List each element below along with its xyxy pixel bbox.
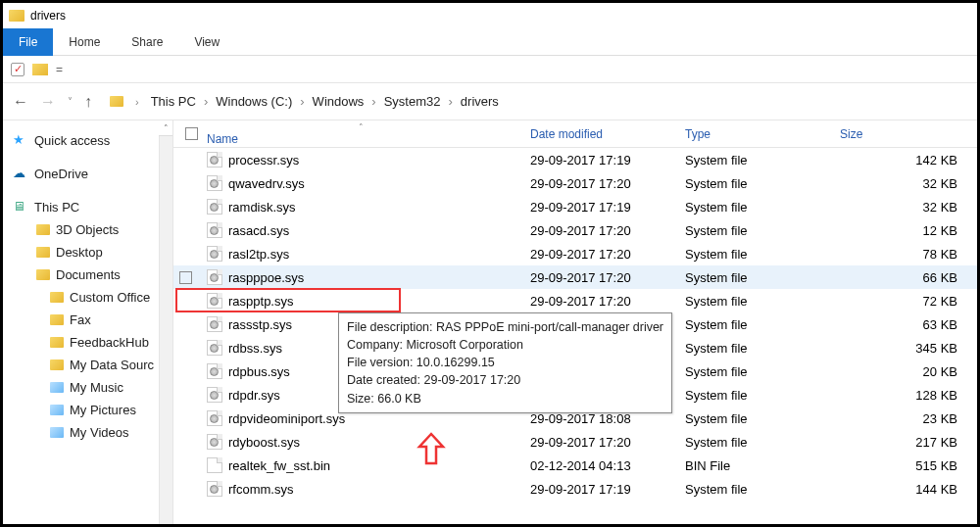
file-tooltip: File description: RAS PPPoE mini-port/ca… <box>338 312 672 413</box>
table-row[interactable]: raspppoe.sys29-09-2017 17:20System file6… <box>173 265 977 289</box>
cloud-icon: ☁ <box>13 166 28 181</box>
sidebar-item[interactable]: My Data Sourc <box>7 354 169 376</box>
sidebar-item-label: Documents <box>56 267 121 282</box>
sidebar: ★ Quick access ☁ OneDrive 🖥 This PC 3D O… <box>3 120 173 524</box>
file-date: 29-09-2017 17:19 <box>524 482 679 497</box>
file-name: realtek_fw_sst.bin <box>228 458 330 473</box>
tab-home[interactable]: Home <box>53 28 116 56</box>
col-name[interactable]: ˄Name <box>201 122 524 146</box>
folder-icon <box>50 314 64 325</box>
sidebar-item[interactable]: My Videos <box>7 421 169 444</box>
file-size: 515 KB <box>834 458 977 473</box>
file-name: rasacd.sys <box>228 223 289 238</box>
sidebar-item[interactable]: Fax <box>7 309 169 331</box>
folder-icon <box>50 382 64 393</box>
file-type: System file <box>679 364 834 379</box>
file-date: 29-09-2017 17:20 <box>524 270 679 285</box>
breadcrumb-item[interactable]: This PC <box>151 94 196 109</box>
breadcrumb-folder-icon <box>110 96 123 107</box>
qat-customize[interactable]: = <box>56 63 63 76</box>
file-name: raspppoe.sys <box>228 270 304 285</box>
file-size: 63 KB <box>834 317 977 332</box>
sidebar-item-label: Desktop <box>56 245 103 260</box>
file-type: BIN File <box>679 458 834 473</box>
sidebar-label: This PC <box>34 200 79 215</box>
sidebar-label: Quick access <box>34 133 110 148</box>
sidebar-item-label: 3D Objects <box>56 222 119 237</box>
sidebar-item[interactable]: My Pictures <box>7 399 169 421</box>
sidebar-item[interactable]: 3D Objects <box>7 218 169 241</box>
sidebar-item[interactable]: Custom Office <box>7 286 169 309</box>
ribbon-tabs: File Home Share View <box>3 28 977 56</box>
breadcrumb-item[interactable]: Windows <box>313 94 365 109</box>
file-type: System file <box>679 153 834 168</box>
folder-icon <box>50 359 64 370</box>
file-name: rassstp.sys <box>228 317 292 332</box>
sidebar-item[interactable]: My Music <box>7 376 169 399</box>
file-type: System file <box>679 176 834 191</box>
col-type[interactable]: Type <box>679 127 834 141</box>
file-icon <box>207 434 222 450</box>
file-icon <box>207 293 222 309</box>
nav-back-icon[interactable]: ← <box>13 93 28 111</box>
breadcrumb-item[interactable]: System32 <box>384 94 441 109</box>
file-icon <box>207 481 222 497</box>
file-name: rdyboost.sys <box>228 435 300 450</box>
sidebar-item[interactable]: Documents <box>7 264 169 286</box>
file-date: 29-09-2017 17:20 <box>524 176 679 191</box>
quick-access-toolbar: ✓ = <box>3 56 977 83</box>
file-icon <box>207 222 222 238</box>
file-type: System file <box>679 294 834 309</box>
table-row[interactable]: ramdisk.sys29-09-2017 17:19System file32… <box>173 195 977 218</box>
file-name: ramdisk.sys <box>228 200 296 215</box>
col-date[interactable]: Date modified <box>524 127 679 141</box>
breadcrumb-item[interactable]: Windows (C:) <box>216 94 292 109</box>
file-type: System file <box>679 435 834 450</box>
file-size: 144 KB <box>834 482 977 497</box>
col-size[interactable]: Size <box>834 127 977 141</box>
file-name: rdbss.sys <box>228 341 282 356</box>
table-row[interactable]: rasacd.sys29-09-2017 17:20System file12 … <box>173 218 977 242</box>
sidebar-onedrive[interactable]: ☁ OneDrive <box>7 162 169 185</box>
nav-up-icon[interactable]: ↑ <box>84 93 92 111</box>
tab-file[interactable]: File <box>3 28 53 56</box>
tab-view[interactable]: View <box>178 28 235 56</box>
table-row[interactable]: processr.sys29-09-2017 17:19System file1… <box>173 148 977 171</box>
pc-icon: 🖥 <box>13 199 28 215</box>
file-name: rfcomm.sys <box>228 482 293 497</box>
select-all-checkbox[interactable] <box>185 127 198 140</box>
nav-forward-icon: → <box>40 93 56 111</box>
nav-history-icon[interactable]: ˅ <box>68 96 73 107</box>
row-checkbox[interactable] <box>179 271 192 284</box>
sidebar-item-label: My Pictures <box>70 403 136 417</box>
file-name: rdpdr.sys <box>228 388 280 403</box>
tab-share[interactable]: Share <box>116 28 178 56</box>
sidebar-scrollbar[interactable]: ˄ <box>159 120 172 524</box>
file-size: 345 KB <box>834 341 977 356</box>
table-row[interactable]: raspptp.sys29-09-2017 17:20System file72… <box>173 289 977 312</box>
file-icon <box>207 175 222 191</box>
table-row[interactable]: realtek_fw_sst.bin02-12-2014 04:13BIN Fi… <box>173 454 977 477</box>
file-icon <box>207 199 222 215</box>
table-row[interactable]: rdyboost.sys29-09-2017 17:20System file2… <box>173 430 977 454</box>
sidebar-item[interactable]: FeedbackHub <box>7 331 169 354</box>
qat-check-icon[interactable]: ✓ <box>11 63 24 76</box>
table-row[interactable]: qwavedrv.sys29-09-2017 17:20System file3… <box>173 171 977 195</box>
file-name: raspptp.sys <box>228 294 293 309</box>
file-type: System file <box>679 388 834 403</box>
file-size: 23 KB <box>834 411 977 426</box>
file-name: rdpbus.sys <box>228 364 290 379</box>
sidebar-item[interactable]: Desktop <box>7 241 169 264</box>
breadcrumb-sep[interactable]: › <box>135 96 139 108</box>
breadcrumb-item[interactable]: drivers <box>461 94 499 109</box>
table-row[interactable]: rfcomm.sys29-09-2017 17:19System file144… <box>173 477 977 501</box>
file-date: 29-09-2017 17:20 <box>524 223 679 238</box>
sidebar-this-pc[interactable]: 🖥 This PC <box>7 195 169 218</box>
table-row[interactable]: rasl2tp.sys29-09-2017 17:20System file78… <box>173 242 977 265</box>
file-size: 32 KB <box>834 200 977 215</box>
scroll-up-icon[interactable]: ˄ <box>159 120 172 136</box>
sidebar-quick-access[interactable]: ★ Quick access <box>7 128 169 152</box>
sidebar-item-label: My Music <box>70 380 123 395</box>
file-name: qwavedrv.sys <box>228 176 305 191</box>
tooltip-line: Company: Microsoft Corporation <box>347 336 663 354</box>
